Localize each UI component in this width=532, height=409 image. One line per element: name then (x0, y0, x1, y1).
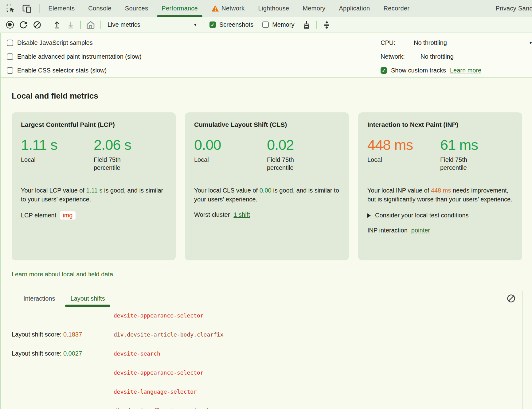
clear-icon[interactable] (33, 21, 41, 29)
log-tabs: InteractionsLayout shifts (7, 291, 522, 306)
home-icon[interactable] (86, 20, 95, 29)
show-custom-tracks-checkbox[interactable]: ✓ (381, 67, 387, 74)
toolbar-divider (204, 21, 204, 29)
tab-network[interactable]: Network (205, 0, 251, 17)
lcp-field-label: Field 75th percentile (94, 156, 134, 172)
lcp-element-label: LCP element (21, 212, 56, 219)
memory-checkbox-group[interactable]: Memory (262, 21, 294, 28)
card-divider (194, 179, 340, 179)
inp-card: Interaction to Next Paint (INP) 448 ms L… (358, 112, 522, 260)
view-mode-label: Live metrics (108, 21, 140, 28)
lcp-local-value: 1.11 s (21, 136, 94, 153)
inp-local-value: 448 ms (367, 136, 440, 153)
record-icon[interactable] (6, 21, 14, 29)
tab-privacy-sandbox[interactable]: Privacy Sandbox (489, 0, 532, 17)
layout-shift-row: devsite-language-selector (7, 382, 522, 401)
reload-record-icon[interactable] (19, 21, 28, 29)
layout-shift-rows: devsite-appearance-selectorLayout shift … (7, 306, 522, 409)
live-metrics-view: Local and field metrics Largest Contentf… (1, 78, 532, 409)
screenshots-label: Screenshots (219, 21, 253, 28)
advanced-paint-checkbox[interactable] (7, 53, 13, 60)
card-divider (367, 179, 513, 179)
lcp-local-label: Local (21, 156, 61, 164)
tab-label: Sources (125, 5, 148, 12)
screenshots-checkbox-group[interactable]: ✓ Screenshots (209, 21, 253, 28)
live-metrics-log: InteractionsLayout shifts devsite-appear… (7, 291, 523, 409)
inp-field-value: 61 ms (440, 136, 513, 153)
log-tab-layout-shifts[interactable]: Layout shifts (64, 291, 111, 306)
network-throttling-select[interactable]: Network: No throttling ▼ (381, 50, 532, 64)
screenshots-checkbox[interactable]: ✓ (209, 21, 216, 28)
cls-card: Cumulative Layout Shift (CLS) 0.00 Local… (185, 112, 349, 260)
clear-log-icon[interactable] (507, 294, 516, 303)
show-custom-tracks-row[interactable]: ✓ Show custom tracks Learn more (381, 64, 532, 77)
toolbar-divider (316, 21, 317, 29)
tab-label: Recorder (384, 5, 410, 12)
inspect-element-icon[interactable] (6, 4, 15, 13)
tab-label: Elements (49, 5, 75, 12)
node-link[interactable]: devsite-search (114, 350, 160, 357)
log-tab-interactions[interactable]: Interactions (17, 291, 61, 306)
node-link[interactable]: devsite-language-selector (114, 388, 197, 395)
inp-interaction-label: INP interaction (367, 227, 408, 234)
inp-local-label: Local (367, 156, 407, 164)
lcp-element-node-link[interactable]: img (60, 211, 75, 220)
local-test-conditions-label: Consider your local test conditions (375, 212, 469, 219)
page-title: Local and field metrics (12, 91, 532, 101)
disable-js-samples-checkbox[interactable] (7, 40, 13, 46)
cls-local-label: Local (194, 156, 234, 164)
performance-settings-pane: Disable JavaScript samples Enable advanc… (1, 33, 532, 78)
node-link[interactable]: devsite-appearance-selector (114, 369, 204, 376)
cpu-value: No throttling (414, 39, 447, 46)
layout-shift-score: Layout shift score: 0.0027 (7, 350, 114, 357)
view-mode-dropdown[interactable]: Live metrics ▼ (106, 21, 198, 28)
collapse-icon[interactable] (322, 20, 331, 29)
toolbar-divider (100, 21, 101, 29)
cls-field-value: 0.02 (267, 136, 340, 153)
devtools-tabbar: ElementsConsoleSourcesPerformanceNetwork… (0, 0, 532, 17)
card-divider (21, 179, 166, 179)
panel-tabs: ElementsConsoleSourcesPerformanceNetwork… (42, 0, 532, 17)
cpu-throttling-select[interactable]: CPU: No throttling ▼ (381, 36, 532, 50)
memory-label: Memory (272, 21, 294, 28)
tab-recorder[interactable]: Recorder (377, 0, 417, 17)
toolbar-divider (47, 21, 47, 29)
learn-more-link[interactable]: Learn more (450, 67, 481, 74)
upload-profile-icon[interactable] (53, 21, 61, 29)
tab-elements[interactable]: Elements (42, 0, 82, 17)
tab-application[interactable]: Application (332, 0, 377, 17)
inp-interaction-link[interactable]: pointer (411, 227, 430, 234)
node-link[interactable]: div.devsite-floating-action-buttons (114, 407, 230, 409)
cls-local-value: 0.00 (194, 136, 267, 153)
cls-description: Your local CLS value of 0.00 is good, an… (194, 186, 340, 204)
css-selector-stats-checkbox[interactable] (7, 67, 13, 74)
inp-field-label: Field 75th percentile (440, 156, 480, 172)
garbage-collect-brush-icon[interactable] (302, 20, 311, 29)
worst-cluster-label: Worst cluster (194, 211, 230, 218)
cls-field-label: Field 75th percentile (267, 156, 307, 172)
tab-label: Console (88, 5, 111, 12)
layout-shift-row: devsite-appearance-selector (7, 306, 522, 325)
tab-sources[interactable]: Sources (118, 0, 155, 17)
advanced-paint-label: Enable advanced paint instrumentation (s… (17, 53, 142, 60)
learn-more-local-field-link[interactable]: Learn more about local and field data (12, 271, 113, 278)
layout-shift-score: Layout shift score: 0.1837 (7, 331, 114, 338)
layout-shift-row: div.devsite-floating-action-buttons (7, 401, 522, 409)
disable-js-samples-label: Disable JavaScript samples (17, 39, 93, 46)
cls-card-title: Cumulative Layout Shift (CLS) (194, 121, 340, 128)
device-toolbar-icon[interactable] (22, 4, 32, 13)
dropdown-caret-icon: ▼ (529, 41, 532, 45)
performance-toolbar: Live metrics ▼ ✓ Screenshots Memory (0, 17, 532, 33)
local-test-conditions-disclosure[interactable]: Consider your local test conditions (367, 212, 513, 219)
node-link[interactable]: div.devsite-article-body.clearfix (114, 331, 224, 338)
tab-console[interactable]: Console (81, 0, 118, 17)
tab-lighthouse[interactable]: Lighthouse (252, 0, 296, 17)
memory-checkbox[interactable] (262, 21, 269, 28)
worst-cluster-link[interactable]: 1 shift (233, 211, 250, 218)
tab-performance[interactable]: Performance (155, 0, 205, 17)
lcp-card-title: Largest Contentful Paint (LCP) (21, 121, 166, 128)
node-link[interactable]: devsite-appearance-selector (114, 312, 204, 319)
layout-shift-row: Layout shift score: 0.1837div.devsite-ar… (7, 325, 522, 344)
tab-memory[interactable]: Memory (296, 0, 332, 17)
download-profile-icon[interactable] (66, 21, 75, 29)
